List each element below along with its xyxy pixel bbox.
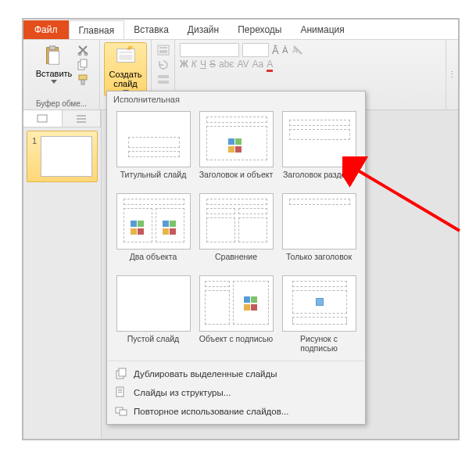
slide-panel: 1 [23,110,102,439]
tab-insert[interactable]: Вставка [124,20,178,38]
layout-icon[interactable] [157,44,170,56]
layout-title-slide[interactable]: Титульный слайд [113,110,193,190]
layout-label: Сравнение [215,252,257,271]
menu-label: Слайды из структуры... [134,388,231,397]
layout-picture-caption[interactable]: Рисунок с подписью [279,274,359,354]
layout-thumb [116,193,191,250]
svg-rect-21 [77,121,86,123]
copy-icon[interactable] [77,59,89,71]
slide-thumb-1[interactable]: 1 [27,131,98,182]
svg-rect-11 [119,55,132,60]
outline-file-icon [115,386,127,399]
svg-rect-1 [49,46,55,50]
tab-transitions[interactable]: Переходы [228,20,291,38]
new-slide-dropdown: Исполнительная Титульный слайд Заголовок… [106,91,366,425]
bold-button[interactable]: Ж [180,59,188,72]
layout-thumb [282,275,356,332]
menu-reuse-slides[interactable]: Повторное использование слайдов... [107,402,365,421]
font-family-combo[interactable] [180,43,239,57]
font-size-combo[interactable] [242,43,269,57]
svg-text:A: A [292,46,298,55]
layout-comparison[interactable]: Сравнение [196,192,276,272]
layout-label: Титульный слайд [120,170,187,189]
svg-rect-13 [159,47,167,48]
layout-gallery: Титульный слайд Заголовок и объект Загол… [107,106,365,361]
duplicate-icon [115,368,127,380]
view-tabs [23,110,101,127]
case-button[interactable]: Aa [252,59,264,72]
layout-two-content[interactable]: Два объекта [113,192,193,272]
dropdown-menu: Дублировать выделенные слайды Слайды из … [107,361,365,424]
svg-rect-16 [158,81,169,84]
layout-thumb [282,193,356,250]
strike-button[interactable]: S [209,59,216,72]
layout-title-only[interactable]: Только заголовок [279,192,359,272]
layout-content-caption[interactable]: Объект с подписью [196,274,276,354]
svg-rect-27 [118,392,122,393]
chevron-down-icon [51,80,57,84]
tab-home[interactable]: Главная [69,20,125,39]
layout-thumb [116,275,191,332]
new-slide-button[interactable]: Создать слайд [104,42,147,96]
paste-button[interactable]: Вставить [34,42,75,85]
layout-thumb [199,275,274,332]
menu-label: Дублировать выделенные слайды [134,369,277,379]
italic-button[interactable]: К [191,59,197,72]
paste-icon [42,44,66,67]
menu-slides-from-outline[interactable]: Слайды из структуры... [107,383,365,402]
menu-label: Повторное использование слайдов... [134,407,288,416]
new-slide-icon [114,45,138,68]
thumbnails-tab[interactable] [23,110,63,127]
format-painter-icon[interactable] [77,74,89,86]
reuse-icon [115,405,127,418]
clear-format-icon[interactable]: A [292,44,304,56]
svg-rect-7 [79,75,87,80]
outline-icon [75,113,88,125]
section-icon[interactable] [157,74,170,86]
layout-label: Два объекта [130,252,177,271]
layout-thumb [116,111,191,167]
layout-thumb [199,193,274,250]
svg-rect-25 [118,389,122,390]
svg-rect-23 [119,368,126,376]
layout-label: Рисунок с подписью [281,334,357,353]
underline-button[interactable]: Ч [200,59,206,72]
font-color-button[interactable]: A [267,59,273,72]
svg-rect-2 [48,51,59,64]
theme-title: Исполнительная [107,92,365,106]
svg-rect-29 [120,410,127,415]
layout-thumb [199,111,274,167]
layout-label: Заголовок раздела [283,170,355,189]
layout-label: Только заголовок [286,252,352,271]
tab-design[interactable]: Дизайн [178,20,228,38]
svg-rect-6 [81,59,87,67]
reset-icon[interactable] [157,59,170,71]
tab-animation[interactable]: Анимация [291,20,353,38]
svg-rect-19 [77,115,86,117]
slide-number: 1 [32,136,38,177]
group-clipboard: Вставить Буфер обме... [23,40,100,110]
slide-preview [41,136,92,177]
menu-duplicate-slides[interactable]: Дублировать выделенные слайды [107,364,365,383]
svg-rect-8 [81,80,84,84]
shadow-button[interactable]: abє [219,59,234,72]
layout-section-header[interactable]: Заголовок раздела [279,110,359,190]
svg-rect-26 [118,390,122,391]
slides-icon [36,113,48,125]
svg-rect-20 [77,118,86,120]
new-slide-label: Создать слайд [107,70,144,88]
tab-file[interactable]: Файл [23,20,69,39]
outline-tab[interactable] [63,110,102,127]
layout-thumb [282,111,356,167]
layout-title-content[interactable]: Заголовок и объект [196,110,276,190]
spacing-button[interactable]: AV [237,59,249,72]
layout-label: Заголовок и объект [199,170,274,189]
layout-label: Объект с подписью [199,334,273,353]
svg-rect-10 [119,51,132,53]
layout-blank[interactable]: Пустой слайд [113,274,193,354]
svg-rect-14 [159,50,167,53]
cut-icon[interactable] [77,44,89,56]
tab-bar: Файл Главная Вставка Дизайн Переходы Ани… [23,20,458,40]
layout-label: Пустой слайд [127,334,179,353]
paste-label: Вставить [36,69,73,78]
